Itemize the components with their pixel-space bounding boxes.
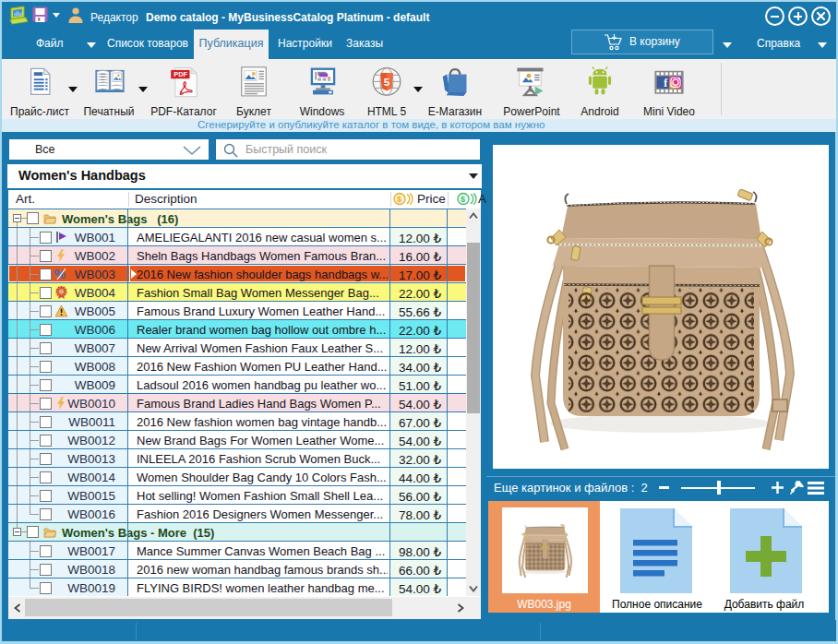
svg-text:$: $ <box>397 195 401 204</box>
svg-text:f: f <box>664 78 667 89</box>
svg-text:$: $ <box>461 195 465 204</box>
svg-text:PDF: PDF <box>174 70 187 78</box>
svg-text:5: 5 <box>384 76 390 88</box>
